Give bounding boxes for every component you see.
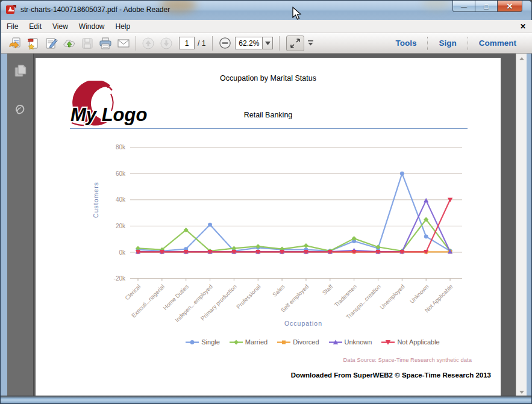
- legend-item-divorced: Divorced: [277, 338, 319, 346]
- window-title: str-charts-1400718605037.pdf - Adobe Rea…: [20, 5, 170, 14]
- menu-help[interactable]: Help: [110, 20, 136, 33]
- download-footer: Downloaded From SuperWEB2 © Space-Time R…: [291, 371, 491, 379]
- y-tick-label: 60k: [116, 170, 126, 177]
- header-divider: [70, 128, 468, 129]
- scroll-up-button[interactable]: [516, 54, 527, 63]
- legend-marker-icon: [277, 339, 290, 346]
- menu-file[interactable]: File: [1, 20, 23, 33]
- data-point-marker: [400, 172, 404, 176]
- email-button[interactable]: [114, 35, 133, 52]
- legend-label: Single: [201, 338, 220, 346]
- zoom-out-button[interactable]: [216, 35, 234, 52]
- toolbar-separator: [279, 36, 280, 51]
- content-area: Occupation by Marital Status My Logo Ret…: [7, 54, 527, 397]
- maximize-button[interactable]: ▢: [475, 1, 497, 12]
- minimize-button[interactable]: —: [452, 1, 475, 12]
- fit-width-icon: [290, 38, 301, 49]
- series-single: [136, 172, 452, 253]
- x-axis-title: Occupation: [284, 320, 322, 327]
- x-tick-label: Clerical: [124, 283, 142, 301]
- legend-item-single: Single: [186, 338, 220, 346]
- fit-width-button[interactable]: [286, 36, 304, 51]
- print-button[interactable]: [96, 35, 114, 52]
- sign-document-icon: [44, 36, 58, 51]
- toolbar-panels: Tools Sign Comment: [384, 33, 527, 53]
- close-document-icon[interactable]: ✕: [520, 22, 526, 31]
- legend-marker-icon: [381, 339, 395, 346]
- scroll-up-icon: [519, 57, 524, 60]
- mouse-cursor: [292, 7, 302, 21]
- upload-cloud-icon: [62, 36, 77, 51]
- print-icon: [98, 36, 113, 51]
- legend-label: Not Applicable: [397, 338, 439, 346]
- save-button[interactable]: [78, 35, 96, 52]
- menu-edit[interactable]: Edit: [23, 20, 47, 33]
- data-point-marker: [190, 340, 195, 344]
- zoom-level-input[interactable]: [235, 37, 263, 49]
- create-pdf-online-button[interactable]: [24, 35, 42, 52]
- y-axis-title: Customers: [92, 182, 99, 218]
- page-total-label: / 1: [198, 39, 205, 48]
- previous-page-button[interactable]: [139, 35, 157, 52]
- next-page-button[interactable]: [157, 35, 175, 52]
- y-tick-label: 40k: [116, 196, 126, 203]
- chart-legend: SingleMarriedDivorcedUnknownNot Applicab…: [126, 338, 499, 346]
- vertical-scrollbar[interactable]: [516, 54, 527, 397]
- x-tick-label: Sales: [271, 283, 286, 298]
- pdf-page: Occupation by Marital Status My Logo Ret…: [36, 58, 501, 397]
- open-file-icon: [8, 36, 22, 51]
- x-tick-label: Unknown: [408, 283, 430, 305]
- chart-subtitle: Retail Banking: [36, 111, 501, 119]
- chevron-down-icon: [265, 42, 271, 45]
- legend-item-married: Married: [230, 338, 268, 346]
- tools-button[interactable]: Tools: [384, 39, 427, 48]
- data-source-note: Data Source: Space-Time Research synthet…: [343, 356, 472, 363]
- document-pane[interactable]: Occupation by Marital Status My Logo Ret…: [34, 54, 516, 397]
- page-thumbnails-icon[interactable]: [13, 63, 28, 79]
- series-married: [136, 217, 452, 253]
- pdf-file-icon: [6, 5, 16, 14]
- toolbar-overflow-icon: [307, 40, 314, 46]
- attachments-paperclip-icon[interactable]: [13, 102, 28, 117]
- window-controls: — ▢ ✕: [452, 1, 522, 12]
- line-chart: 80k60k40k20k0k-20kClericalExecuti...nage…: [90, 138, 499, 334]
- legend-marker-icon: [230, 339, 243, 346]
- my-logo-image: My Logo: [54, 81, 159, 129]
- data-point-marker: [282, 340, 286, 344]
- create-pdf-online-icon: [26, 36, 40, 51]
- y-tick-label: 80k: [116, 144, 126, 151]
- sign-button[interactable]: Sign: [428, 39, 467, 48]
- legend-label: Married: [245, 338, 268, 346]
- glass-reflection: [422, 1, 450, 10]
- navigation-sidebar: [7, 54, 34, 397]
- sign-document-button[interactable]: [42, 35, 60, 52]
- previous-page-icon: [141, 36, 155, 51]
- title-bar: str-charts-1400718605037.pdf - Adobe Rea…: [1, 1, 531, 20]
- x-tick-label: Unemployed: [378, 283, 405, 310]
- open-file-button[interactable]: [6, 35, 24, 52]
- legend-marker-icon: [186, 339, 199, 346]
- upload-cloud-button[interactable]: [60, 35, 78, 52]
- data-point-marker: [234, 340, 239, 344]
- scroll-down-icon: [519, 391, 524, 394]
- menu-view[interactable]: View: [47, 20, 74, 33]
- y-tick-label: 0k: [119, 249, 126, 256]
- data-point-marker: [424, 234, 428, 238]
- menu-window[interactable]: Window: [74, 20, 110, 33]
- x-tick-label: Tradesmen: [333, 283, 358, 308]
- x-tick-label: Professional: [235, 283, 262, 310]
- email-icon: [116, 36, 131, 51]
- legend-item-unknown: Unknown: [329, 338, 372, 346]
- adobe-reader-window: str-charts-1400718605037.pdf - Adobe Rea…: [0, 0, 532, 404]
- close-button[interactable]: ✕: [497, 1, 522, 12]
- data-point-marker: [424, 198, 428, 203]
- page-number-input[interactable]: [179, 37, 195, 49]
- comment-button[interactable]: Comment: [468, 39, 527, 48]
- zoom-dropdown-button[interactable]: [263, 37, 273, 49]
- legend-marker-icon: [329, 339, 342, 346]
- toolbar-separator: [212, 36, 213, 51]
- save-icon: [80, 36, 95, 51]
- toolbar-overflow-button[interactable]: [304, 35, 316, 52]
- series-line: [138, 173, 450, 251]
- data-point-marker: [208, 223, 212, 227]
